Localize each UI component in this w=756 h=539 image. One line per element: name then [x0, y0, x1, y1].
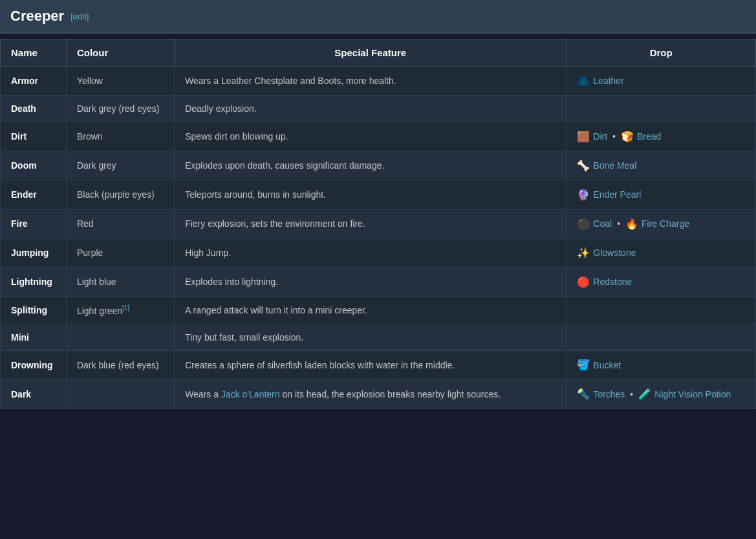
cell-name: Ender	[1, 180, 67, 209]
col-colour: Colour	[66, 39, 174, 67]
cell-name: Jumping	[1, 238, 67, 268]
cell-colour: Dark grey (red eyes)	[66, 96, 174, 122]
drop-separator: •	[612, 131, 616, 142]
glowstone-icon: ✨	[577, 246, 590, 259]
table-row: LightningLight blueExplodes into lightni…	[1, 268, 756, 297]
cell-colour: Red	[66, 209, 174, 238]
drop-item: ✨Glowstone	[577, 246, 636, 259]
cell-drop: 🪣Bucket	[567, 350, 756, 379]
col-drop: Drop	[567, 39, 756, 67]
bone-icon: 🦴	[577, 159, 590, 172]
cell-colour: Light green[1]	[66, 297, 174, 324]
cell-drop	[567, 297, 756, 324]
drop-item: 🔦Torches	[577, 388, 625, 401]
table-row: MiniTiny but fast, small explosion.	[1, 324, 756, 350]
table-row: DrowningDark blue (red eyes)Creates a sp…	[1, 350, 756, 379]
col-feature: Special Feature	[175, 39, 567, 67]
cell-colour	[66, 324, 174, 350]
cell-feature: Spews dirt on blowing up.	[175, 122, 567, 151]
table-row: FireRedFiery explosion, sets the environ…	[1, 209, 756, 238]
cell-drop	[567, 324, 756, 350]
cell-feature: Teleports around, burns in sunlight.	[175, 180, 567, 209]
cell-drop: ✨Glowstone	[567, 238, 756, 268]
page-title: Creeper	[10, 8, 64, 25]
footnote-marker: [1]	[122, 304, 129, 312]
drop-label: Bucket	[593, 360, 621, 370]
cell-feature: Wears a Leather Chestplate and Boots, mo…	[175, 67, 567, 96]
leather-icon: 🧥	[577, 74, 590, 87]
drop-separator: •	[617, 218, 620, 229]
bucket-icon: 🪣	[577, 359, 590, 372]
table-row: DarkWears a Jack o'Lantern on its head, …	[1, 379, 756, 408]
table-row: DeathDark grey (red eyes)Deadly explosio…	[1, 96, 756, 122]
drop-container: 🔮Ender Pearl	[577, 188, 745, 201]
table-row: DirtBrownSpews dirt on blowing up.🟫Dirt•…	[1, 122, 756, 151]
drop-separator: •	[630, 389, 633, 399]
torch-icon: 🔦	[577, 388, 590, 401]
cell-drop: 🟫Dirt•🍞Bread	[567, 122, 756, 151]
drop-container: ⚫Coal•🔥Fire Charge	[577, 217, 745, 230]
cell-colour: Light blue	[66, 268, 174, 297]
drop-label: Ender Pearl	[593, 189, 641, 200]
redstone-icon: 🔴	[577, 275, 590, 288]
table-row: ArmorYellowWears a Leather Chestplate an…	[1, 67, 756, 96]
cell-colour: Dark blue (red eyes)	[66, 350, 174, 379]
drop-label: Fire Charge	[642, 218, 689, 229]
drop-container: 🧥Leather	[577, 74, 745, 87]
drop-label: Redstone	[593, 277, 632, 287]
drop-item: 🧥Leather	[577, 74, 623, 87]
cell-name: Armor	[1, 67, 67, 96]
edit-link[interactable]: [edit]	[70, 12, 89, 21]
cell-name: Dark	[1, 379, 67, 408]
drop-label: Leather	[593, 76, 623, 86]
cell-drop: 🧥Leather	[567, 67, 756, 96]
drop-item: 🔴Redstone	[577, 275, 632, 288]
ender-icon: 🔮	[577, 188, 590, 201]
table-row: EnderBlack (purple eyes)Teleports around…	[1, 180, 756, 209]
dirt-icon: 🟫	[577, 130, 590, 143]
table-row: DoomDark greyExplodes upon death, causes…	[1, 151, 756, 180]
drop-item: 🟫Dirt	[577, 130, 607, 143]
cell-name: Fire	[1, 209, 67, 238]
drop-label: Bone Meal	[593, 160, 636, 171]
drop-item: ⚫Coal	[577, 217, 612, 230]
cell-feature: Explodes upon death, causes significant …	[175, 151, 567, 180]
drop-container: 🪣Bucket	[577, 359, 745, 372]
drop-label: Torches	[593, 389, 625, 399]
drop-label: Bread	[637, 131, 661, 142]
cell-feature: A ranged attack will turn it into a mini…	[175, 297, 567, 324]
feature-link[interactable]: Jack o'Lantern	[221, 389, 280, 399]
cell-name: Dirt	[1, 122, 67, 151]
cell-name: Doom	[1, 151, 67, 180]
cell-drop: 🔦Torches•🧪Night Vision Potion	[567, 379, 756, 408]
cell-name: Mini	[1, 324, 67, 350]
page-header: Creeper [edit]	[0, 0, 756, 34]
cell-feature: Explodes into lightning.	[175, 268, 567, 297]
table-container: Name Colour Special Feature Drop ArmorYe…	[0, 34, 756, 414]
drop-container: 🔴Redstone	[577, 275, 745, 288]
drop-item: 🍞Bread	[621, 130, 661, 143]
cell-feature: Deadly explosion.	[175, 96, 567, 122]
drop-item: 🪣Bucket	[577, 359, 621, 372]
cell-feature: Wears a Jack o'Lantern on its head, the …	[175, 379, 567, 408]
cell-drop: 🔴Redstone	[567, 268, 756, 297]
drop-container: 🦴Bone Meal	[577, 159, 745, 172]
cell-colour: Dark grey	[66, 151, 174, 180]
potion-icon: 🧪	[638, 388, 651, 401]
drop-label: Night Vision Potion	[654, 389, 731, 399]
drop-label: Coal	[593, 218, 612, 229]
cell-feature: High Jump.	[175, 238, 567, 268]
drop-item: 🧪Night Vision Potion	[638, 388, 731, 401]
cell-feature: Fiery explosion, sets the environment on…	[175, 209, 567, 238]
drop-container: ✨Glowstone	[577, 246, 745, 259]
drop-container: 🟫Dirt•🍞Bread	[577, 130, 745, 143]
cell-name: Death	[1, 96, 67, 122]
drop-label: Glowstone	[593, 248, 636, 258]
cell-name: Splitting	[1, 297, 67, 324]
cell-colour: Brown	[66, 122, 174, 151]
cell-colour: Black (purple eyes)	[66, 180, 174, 209]
col-name: Name	[1, 39, 67, 67]
cell-drop: 🔮Ender Pearl	[567, 180, 756, 209]
fire-icon: 🔥	[625, 217, 638, 230]
drop-label: Dirt	[593, 131, 607, 142]
